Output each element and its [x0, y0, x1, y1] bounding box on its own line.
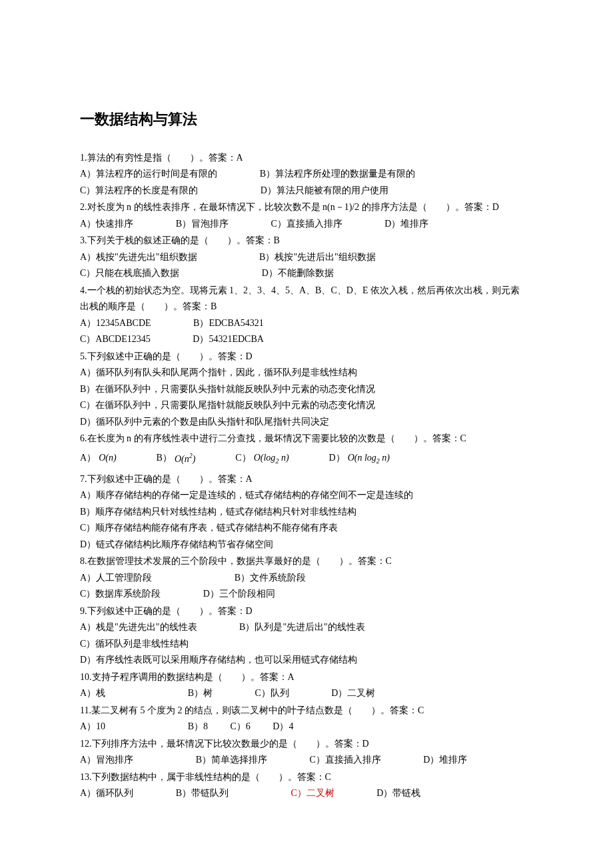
q6-option-a: A） O(n)	[80, 450, 117, 467]
q11-option-d: D）4	[273, 721, 293, 731]
q4-option-b: B）EDCBA54321	[193, 318, 264, 328]
q2-option-c: C）直接插入排序	[271, 219, 342, 229]
q7-option-c: C）顺序存储结构能存储有序表，链式存储结构不能存储有序表	[80, 520, 533, 537]
q4-option-d: D）54321EDCBA	[193, 334, 264, 344]
q6-c-formula: O(log2 n)	[254, 450, 289, 467]
question-5: 5.下列叙述中正确的是（ ）。答案：D A）循环队列有队头和队尾两个指针，因此，…	[80, 349, 533, 431]
q12-stem: 12.下列排序方法中，最坏情况下比较次数最少的是（ ）。答案：D	[80, 736, 533, 753]
q10-stem: 10.支持子程序调用的数据结构是（ ）。答案：A	[80, 669, 533, 686]
q4-stem-line2: 出栈的顺序是（ ）。答案：B	[80, 299, 533, 315]
q9-option-c: C）循环队列是非线性结构	[80, 636, 533, 653]
q7-stem: 7.下列叙述中正确的是（ ）。答案：A	[80, 471, 533, 488]
q9-option-b: B）队列是"先进后出"的线性表	[239, 622, 365, 632]
q6-d-pre: O(	[348, 453, 358, 463]
q6-c-label: C）	[235, 450, 251, 467]
q12-option-d: D）堆排序	[423, 755, 467, 765]
q6-d-formula: O(n log2 n)	[348, 450, 390, 467]
q10-option-d: D）二叉树	[331, 688, 375, 698]
q6-c-post: )	[286, 453, 289, 463]
q2-option-d: D）堆排序	[384, 219, 428, 229]
q3-option-a: A）栈按"先进先出"组织数据	[80, 252, 197, 262]
q6-option-c: C） O(log2 n)	[235, 450, 289, 467]
question-8: 8.在数据管理技术发展的三个阶段中，数据共享最好的是（ ）。答案：C A）人工管…	[80, 553, 533, 603]
q3-option-c: C）只能在栈底插入数据	[80, 268, 179, 278]
question-7: 7.下列叙述中正确的是（ ）。答案：A A）顺序存储结构的存储一定是连续的，链式…	[80, 471, 533, 553]
question-12: 12.下列排序方法中，最坏情况下比较次数最少的是（ ）。答案：D A）冒泡排序 …	[80, 736, 533, 769]
q7-option-d: D）链式存储结构比顺序存储结构节省存储空间	[80, 537, 533, 553]
q6-a-label: A）	[80, 450, 96, 467]
q2-stem: 2.对长度为 n 的线性表排序，在最坏情况下，比较次数不是 n(n－1)/2 的…	[80, 199, 533, 216]
q5-option-a: A）循环队列有队头和队尾两个指针，因此，循环队列是非线性结构	[80, 365, 533, 381]
q11-option-c: C）6	[230, 721, 250, 731]
q13-option-a: A）循环队列	[80, 788, 133, 798]
q6-option-b: B） O(n2)	[157, 450, 196, 467]
q1-option-d: D）算法只能被有限的用户使用	[261, 185, 388, 195]
q9-option-d: D）有序线性表既可以采用顺序存储结构，也可以采用链式存储结构	[80, 652, 533, 669]
q1-option-c: C）算法程序的长度是有限的	[80, 185, 198, 195]
q12-option-b: B）简单选择排序	[196, 755, 267, 765]
q12-option-c: C）直接插入排序	[309, 755, 380, 765]
q4-stem-line1: 4.一个栈的初始状态为空。现将元素 1、2、3、4、5、A、B、C、D、E 依次…	[80, 283, 533, 299]
q11-option-b: B）8	[188, 721, 208, 731]
question-10: 10.支持子程序调用的数据结构是（ ）。答案：A A）栈 B）树 C）队列 D）…	[80, 669, 533, 702]
q6-b-formula: O(n2)	[175, 450, 195, 467]
q6-b-pre: O(	[175, 453, 185, 463]
q8-option-c: C）数据库系统阶段	[80, 589, 161, 599]
question-3: 3.下列关于栈的叙述正确的是（ ）。答案：B A）栈按"先进先出"组织数据 B）…	[80, 233, 533, 282]
q1-option-a: A）算法程序的运行时间是有限的	[80, 169, 217, 179]
q6-d-post: )	[386, 453, 390, 463]
question-2: 2.对长度为 n 的线性表排序，在最坏情况下，比较次数不是 n(n－1)/2 的…	[80, 199, 533, 232]
q5-option-b: B）在循环队列中，只需要队头指针就能反映队列中元素的动态变化情况	[80, 381, 533, 398]
q13-stem: 13.下列数据结构中，属于非线性结构的是（ ）。答案：C	[80, 769, 533, 786]
q8-stem: 8.在数据管理技术发展的三个阶段中，数据共享最好的是（ ）。答案：C	[80, 553, 533, 570]
q2-option-a: A）快速排序	[80, 219, 133, 229]
question-4: 4.一个栈的初始状态为空。现将元素 1、2、3、4、5、A、B、C、D、E 依次…	[80, 283, 533, 348]
q5-option-c: C）在循环队列中，只需要队尾指针就能反映队列中元素的动态变化情况	[80, 397, 533, 414]
q5-option-d: D）循环队列中元素的个数是由队头指针和队尾指针共同决定	[80, 414, 533, 431]
q3-stem: 3.下列关于栈的叙述正确的是（ ）。答案：B	[80, 233, 533, 249]
q7-option-b: B）顺序存储结构只针对线性结构，链式存储结构只针对非线性结构	[80, 504, 533, 521]
q7-option-a: A）顺序存储结构的存储一定是连续的，链式存储结构的存储空间不一定是连续的	[80, 487, 533, 504]
q6-option-d: D） O(n log2 n)	[329, 450, 390, 467]
q9-option-a: A）栈是"先进先出"的线性表	[80, 622, 197, 632]
q6-d-n: n	[357, 453, 364, 463]
q4-option-a: A）12345ABCDE	[80, 318, 151, 328]
q6-d-n2: n	[380, 453, 387, 463]
q13-option-c: C）二叉树	[291, 788, 334, 798]
q6-b-n: n	[185, 453, 189, 463]
q5-stem: 5.下列叙述中正确的是（ ）。答案：D	[80, 349, 533, 365]
q6-b-label: B）	[157, 450, 172, 467]
q6-stem: 6.在长度为 n 的有序线性表中进行二分查找，最坏情况下需要比较的次数是（ ）。…	[80, 431, 533, 447]
q3-option-b: B）栈按"先进后出"组织数据	[259, 252, 376, 262]
q6-c-pre: O(log	[254, 453, 276, 463]
q6-c-n: n	[279, 453, 286, 463]
question-11: 11.某二叉树有 5 个度为 2 的结点，则该二叉树中的叶子结点数是（ ）。答案…	[80, 703, 533, 735]
q2-option-b: B）冒泡排序	[176, 219, 229, 229]
q12-option-a: A）冒泡排序	[80, 755, 133, 765]
question-6: 6.在长度为 n 的有序线性表中进行二分查找，最坏情况下需要比较的次数是（ ）。…	[80, 431, 533, 467]
section-title: 一数据结构与算法	[80, 107, 533, 133]
q9-stem: 9.下列叙述中正确的是（ ）。答案：D	[80, 603, 533, 620]
q6-d-log: log	[364, 453, 376, 463]
q11-option-a: A）10	[80, 721, 105, 731]
q6-a-formula: O(n)	[99, 450, 116, 467]
q8-option-d: D）三个阶段相同	[203, 589, 275, 599]
q10-option-b: B）树	[188, 688, 213, 698]
q8-option-a: A）人工管理阶段	[80, 573, 152, 583]
q13-option-d: D）带链栈	[376, 788, 420, 798]
q6-d-label: D）	[329, 450, 345, 467]
q4-option-c: C）ABCDE12345	[80, 334, 151, 344]
q11-stem: 11.某二叉树有 5 个度为 2 的结点，则该二叉树中的叶子结点数是（ ）。答案…	[80, 703, 533, 719]
q1-option-b: B）算法程序所处理的数据量是有限的	[260, 169, 415, 179]
q8-option-b: B）文件系统阶段	[235, 573, 306, 583]
q1-stem: 1.算法的有穷性是指（ ）。答案：A	[80, 150, 533, 167]
q13-option-b: B）带链队列	[176, 788, 229, 798]
q3-option-d: D）不能删除数据	[262, 268, 334, 278]
q10-option-c: C）队列	[255, 688, 289, 698]
question-9: 9.下列叙述中正确的是（ ）。答案：D A）栈是"先进先出"的线性表 B）队列是…	[80, 603, 533, 669]
q6-b-post: )	[193, 453, 196, 463]
question-13: 13.下列数据结构中，属于非线性结构的是（ ）。答案：C A）循环队列 B）带链…	[80, 769, 533, 802]
q10-option-a: A）栈	[80, 688, 105, 698]
question-1: 1.算法的有穷性是指（ ）。答案：A A）算法程序的运行时间是有限的 B）算法程…	[80, 150, 533, 199]
